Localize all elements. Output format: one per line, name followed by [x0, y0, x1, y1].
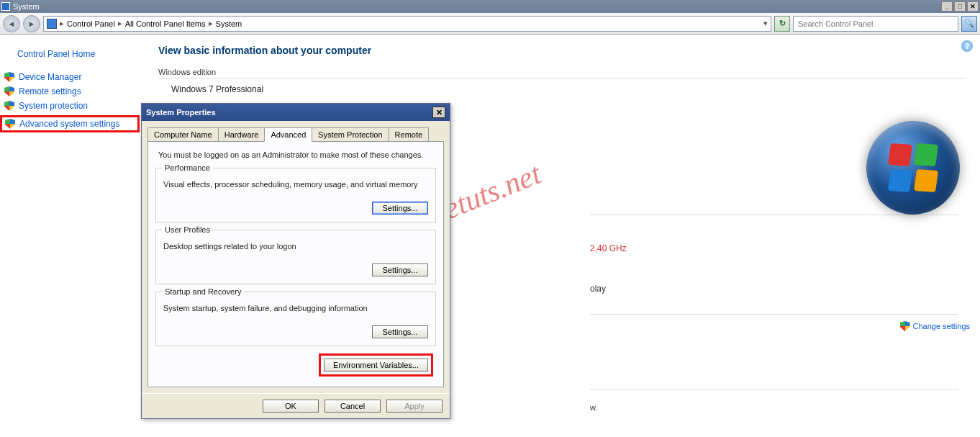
- search-icon: 🔍: [964, 19, 974, 28]
- shield-icon: [4, 72, 14, 82]
- windows-edition-value: Windows 7 Professional: [171, 84, 966, 94]
- group-legend: User Profiles: [162, 225, 213, 234]
- close-window-button[interactable]: ✕: [967, 1, 979, 12]
- shield-icon: [5, 119, 15, 129]
- system-properties-dialog: System Properties ✕ Computer Name Hardwa…: [141, 103, 450, 419]
- section-divider: [590, 215, 958, 215]
- nav-back-button[interactable]: ◄: [3, 15, 20, 32]
- refresh-button[interactable]: ↻: [774, 16, 790, 32]
- sidebar-item-advanced-system-settings[interactable]: Advanced system settings: [0, 115, 140, 132]
- back-icon: ◄: [8, 19, 16, 28]
- section-divider: [158, 78, 966, 78]
- tab-system-protection[interactable]: System Protection: [312, 127, 389, 141]
- tab-hardware[interactable]: Hardware: [218, 127, 266, 141]
- group-startup-recovery: Startup and Recovery System startup, sys…: [155, 292, 436, 346]
- tab-computer-name[interactable]: Computer Name: [148, 127, 219, 141]
- breadcrumb-segment-0[interactable]: Control Panel: [67, 19, 115, 28]
- sidebar-item-label: System protection: [19, 101, 88, 111]
- search-box[interactable]: [793, 16, 958, 32]
- dialog-tabs: Computer Name Hardware Advanced System P…: [148, 127, 444, 142]
- minimize-button[interactable]: _: [941, 1, 953, 12]
- sidebar: Control Panel Home Device Manager Remote…: [0, 35, 144, 437]
- shield-icon: [4, 101, 14, 111]
- display-snippet: olay: [590, 284, 606, 294]
- refresh-icon: ↻: [779, 19, 786, 28]
- env-variables-highlight: Environment Variables...: [319, 353, 433, 377]
- page-title: View basic information about your comput…: [158, 45, 966, 56]
- change-settings-link[interactable]: Change settings: [900, 321, 971, 331]
- group-desc: Desktop settings related to your logon: [163, 242, 428, 251]
- window-title: System: [13, 2, 40, 11]
- user-profiles-settings-button[interactable]: Settings...: [372, 263, 428, 276]
- breadcrumb-sep-icon: ▸: [60, 19, 64, 28]
- nav-forward-button[interactable]: ►: [23, 15, 40, 32]
- tab-panel-advanced: You must be logged on as an Administrato…: [148, 142, 444, 387]
- sidebar-item-label: Remote settings: [19, 86, 81, 96]
- restore-button[interactable]: □: [954, 1, 966, 12]
- forward-icon: ►: [28, 19, 36, 28]
- sidebar-item-device-manager[interactable]: Device Manager: [4, 72, 140, 82]
- location-icon: [47, 19, 57, 29]
- group-desc: Visual effects, processor scheduling, me…: [163, 180, 428, 189]
- sidebar-item-system-protection[interactable]: System protection: [4, 101, 140, 111]
- section-divider: [590, 389, 958, 389]
- dialog-footer: OK Cancel Apply: [142, 393, 450, 418]
- environment-variables-button[interactable]: Environment Variables...: [324, 359, 428, 371]
- group-user-profiles: User Profiles Desktop settings related t…: [155, 230, 436, 284]
- group-legend: Startup and Recovery: [162, 287, 244, 296]
- breadcrumb-segment-2[interactable]: System: [216, 19, 242, 28]
- startup-recovery-settings-button[interactable]: Settings...: [372, 325, 428, 338]
- shield-icon: [4, 86, 14, 96]
- group-legend: Performance: [162, 163, 213, 172]
- cancel-button[interactable]: Cancel: [325, 400, 381, 413]
- windows-logo-orb: [866, 121, 960, 215]
- tab-remote[interactable]: Remote: [389, 127, 430, 141]
- performance-settings-button[interactable]: Settings...: [372, 202, 428, 215]
- breadcrumb-sep-icon: ▸: [118, 19, 122, 28]
- sidebar-item-label: Device Manager: [19, 72, 81, 82]
- trailing-text-snippet: w.: [590, 403, 597, 412]
- apply-button[interactable]: Apply: [386, 400, 443, 413]
- ok-button[interactable]: OK: [263, 400, 319, 413]
- search-input[interactable]: [794, 19, 958, 28]
- windows-flag-icon: [889, 144, 937, 192]
- shield-icon: [900, 321, 910, 331]
- dialog-close-button[interactable]: ✕: [432, 107, 445, 118]
- tab-advanced[interactable]: Advanced: [264, 127, 312, 142]
- titlebar: System _ □ ✕: [0, 0, 980, 13]
- sidebar-item-remote-settings[interactable]: Remote settings: [4, 86, 140, 96]
- toolbar: ◄ ► ▸ Control Panel ▸ All Control Panel …: [0, 13, 980, 35]
- dialog-titlebar[interactable]: System Properties ✕: [142, 104, 450, 121]
- dialog-title: System Properties: [146, 108, 216, 117]
- address-dropdown-icon[interactable]: ▾: [763, 19, 768, 28]
- group-desc: System startup, system failure, and debu…: [163, 304, 428, 312]
- windows-edition-label: Windows edition: [158, 68, 966, 76]
- breadcrumb-segment-1[interactable]: All Control Panel Items: [125, 19, 206, 28]
- search-go-button[interactable]: 🔍: [961, 16, 977, 32]
- section-divider: [590, 314, 958, 315]
- app-icon: [1, 2, 10, 11]
- cpu-info-snippet: 2,40 GHz: [590, 243, 627, 253]
- group-performance: Performance Visual effects, processor sc…: [155, 168, 436, 222]
- breadcrumb-sep-icon: ▸: [209, 19, 213, 28]
- help-icon[interactable]: ?: [961, 40, 973, 52]
- sidebar-item-label: Advanced system settings: [19, 119, 119, 129]
- panel-intro-text: You must be logged on as an Administrato…: [158, 150, 436, 159]
- control-panel-home-link[interactable]: Control Panel Home: [17, 49, 140, 59]
- address-bar[interactable]: ▸ Control Panel ▸ All Control Panel Item…: [43, 16, 771, 32]
